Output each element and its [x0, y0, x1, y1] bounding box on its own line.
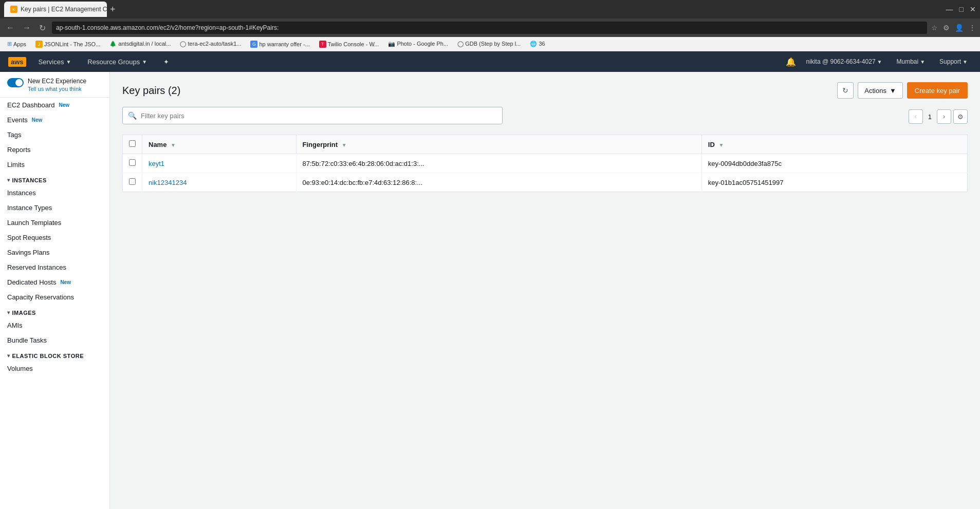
address-bar-icons: ☆ ⚙ 👤 ⋮: [931, 24, 976, 32]
sidebar-item-capacity-reservations[interactable]: Capacity Reservations: [0, 290, 109, 305]
bookmark-star-icon[interactable]: ☆: [931, 24, 938, 32]
main-layout: New EC2 Experience Tell us what you thin…: [0, 72, 980, 509]
sidebar-item-instance-types[interactable]: Instance Types: [0, 200, 109, 215]
forward-button[interactable]: →: [21, 22, 33, 33]
row-checkbox-cell: [123, 173, 142, 192]
user-label: nikita @ 9062-6634-4027: [806, 58, 876, 65]
row-fingerprint-0: 87:5b:72:c0:33:e6:4b:28:06:0d:ac:d1:3:..…: [296, 154, 701, 173]
row-id-1: key-01b1ac05751451997: [701, 173, 967, 192]
ec2-experience-toggle[interactable]: [7, 78, 24, 87]
region-label: Mumbai: [896, 58, 918, 65]
sidebar-item-reserved-instances[interactable]: Reserved Instances: [0, 260, 109, 275]
sidebar-item-reports[interactable]: Reports: [0, 142, 109, 157]
minimize-button[interactable]: —: [946, 5, 953, 13]
bookmark-photo[interactable]: 📷 Photo - Google Ph...: [385, 40, 451, 48]
sidebar-item-ec2-dashboard[interactable]: EC2 Dashboard New: [0, 98, 109, 112]
aws-logo[interactable]: aws: [8, 57, 26, 67]
instances-section-header[interactable]: ▾ INSTANCES: [0, 172, 109, 185]
events-label: Events: [7, 116, 28, 124]
star-nav[interactable]: ✦: [159, 56, 173, 68]
ebs-section-label: ELASTIC BLOCK STORE: [12, 353, 84, 359]
user-menu[interactable]: nikita @ 9062-6634-4027 ▼: [802, 56, 886, 67]
sidebar-item-amis[interactable]: AMIs: [0, 318, 109, 333]
active-tab[interactable]: K Key pairs | EC2 Management Con... ✕: [4, 2, 107, 17]
ec2-experience-link[interactable]: Tell us what you think: [28, 86, 86, 92]
actions-button[interactable]: Actions ▼: [858, 82, 903, 99]
key-pairs-table: Name ▼ Fingerprint ▼ ID ▼: [122, 135, 968, 192]
search-input[interactable]: [141, 112, 497, 120]
images-section-header[interactable]: ▾ IMAGES: [0, 305, 109, 318]
actions-chevron-icon: ▼: [890, 87, 896, 95]
sidebar-item-dedicated-hosts[interactable]: Dedicated Hosts New: [0, 275, 109, 290]
bookmark-twilio[interactable]: T Twilio Console - W...: [316, 40, 382, 49]
bundle-tasks-label: Bundle Tasks: [7, 336, 47, 344]
sidebar-collapse-toggle[interactable]: ◀: [109, 280, 110, 301]
page-number: 1: [925, 113, 935, 121]
new-ec2-toggle[interactable]: New EC2 Experience Tell us what you thin…: [0, 72, 109, 98]
sidebar-item-limits[interactable]: Limits: [0, 157, 109, 172]
resource-groups-nav[interactable]: Resource Groups ▼: [83, 56, 151, 68]
content-area: Key pairs (2) ↻ Actions ▼ Create key pai…: [110, 72, 980, 509]
browser-tabs: K Key pairs | EC2 Management Con... ✕ +: [4, 0, 119, 18]
sidebar-item-volumes[interactable]: Volumes: [0, 361, 109, 376]
sidebar-item-savings-plans[interactable]: Savings Plans: [0, 245, 109, 260]
bookmark-36[interactable]: 🌐 36: [527, 40, 548, 48]
refresh-button[interactable]: ↻: [37, 22, 48, 34]
events-badge: New: [32, 117, 43, 123]
region-menu[interactable]: Mumbai ▼: [892, 56, 929, 67]
header-fingerprint[interactable]: Fingerprint ▼: [296, 135, 701, 154]
sidebar-item-bundle-tasks[interactable]: Bundle Tasks: [0, 333, 109, 348]
header-name-label: Name: [149, 141, 167, 148]
refresh-button[interactable]: ↻: [837, 82, 854, 99]
header-checkbox-col: [123, 135, 142, 154]
sidebar-item-tags[interactable]: Tags: [0, 127, 109, 142]
services-nav[interactable]: Services ▼: [34, 56, 76, 68]
pagination: ‹ 1 › ⚙: [909, 109, 968, 124]
instances-section-label: INSTANCES: [12, 177, 47, 183]
bookmark-gdb[interactable]: ◯ GDB (Step by Step l...: [454, 40, 524, 48]
maximize-button[interactable]: □: [959, 5, 964, 13]
extension-icon[interactable]: ⚙: [943, 24, 950, 32]
images-section-label: IMAGES: [12, 310, 36, 316]
select-all-checkbox[interactable]: [129, 140, 136, 147]
close-button[interactable]: ✕: [970, 5, 976, 13]
header-name[interactable]: Name ▼: [142, 135, 297, 154]
sidebar-item-events[interactable]: Events New: [0, 112, 109, 127]
bookmark-hp[interactable]: G hp warranty offer -...: [247, 40, 312, 49]
bookmark-jsonlint[interactable]: J JSONLint - The JSO...: [32, 40, 103, 49]
bookmark-ants[interactable]: 🌲 antsdigital.in / local...: [106, 40, 174, 48]
row-id-0: key-0094db0dde3fa875c: [701, 154, 967, 173]
header-id[interactable]: ID ▼: [701, 135, 967, 154]
ebs-section-header[interactable]: ▾ ELASTIC BLOCK STORE: [0, 348, 109, 361]
dedicated-hosts-label: Dedicated Hosts: [7, 278, 56, 286]
services-label: Services: [39, 58, 64, 66]
bookmark-apps[interactable]: ⊞ Apps: [4, 40, 29, 48]
sidebar-item-launch-templates[interactable]: Launch Templates: [0, 215, 109, 230]
bookmark-tera[interactable]: ◯ tera-ec2-auto/task1...: [177, 40, 244, 48]
address-input[interactable]: [52, 22, 927, 34]
new-tab-button[interactable]: +: [107, 4, 119, 15]
profile-icon[interactable]: 👤: [955, 24, 964, 32]
aws-topnav: aws Services ▼ Resource Groups ▼ ✦ 🔔 nik…: [0, 51, 980, 72]
sidebar-item-instances[interactable]: Instances: [0, 185, 109, 200]
support-label: Support: [939, 58, 961, 65]
settings-icon: ⚙: [957, 113, 964, 121]
create-key-pair-button[interactable]: Create key pair: [907, 82, 968, 99]
launch-templates-label: Launch Templates: [7, 219, 61, 227]
row-checkbox-1[interactable]: [129, 178, 136, 185]
row-checkbox-0[interactable]: [129, 159, 136, 166]
dedicated-hosts-badge: New: [60, 279, 71, 285]
support-menu[interactable]: Support ▼: [935, 56, 972, 67]
search-pagination-row: 🔍 ‹ 1 › ⚙: [122, 107, 968, 130]
sidebar-item-spot-requests[interactable]: Spot Requests: [0, 230, 109, 245]
key-name-link-1[interactable]: nik12341234: [149, 179, 187, 186]
back-button[interactable]: ←: [4, 22, 16, 33]
bell-icon[interactable]: 🔔: [786, 57, 796, 67]
pagination-prev-button[interactable]: ‹: [909, 109, 923, 124]
key-name-link-0[interactable]: keyt1: [149, 160, 164, 167]
create-label: Create key pair: [915, 87, 960, 95]
more-icon[interactable]: ⋮: [969, 24, 976, 32]
pagination-next-button[interactable]: ›: [937, 109, 951, 124]
actions-label: Actions: [864, 87, 886, 95]
table-settings-button[interactable]: ⚙: [953, 109, 968, 124]
